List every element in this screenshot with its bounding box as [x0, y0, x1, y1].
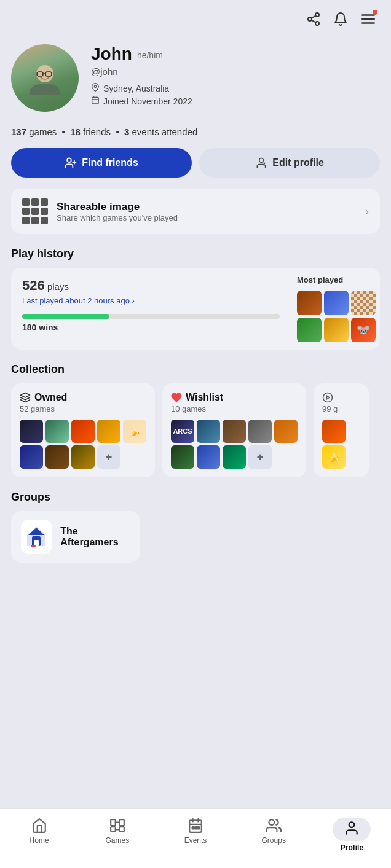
game-thumb[interactable] — [71, 420, 95, 443]
owned-header: Owned — [20, 392, 146, 403]
most-played-grid: 🐭 — [297, 291, 374, 342]
most-played-label: Most played — [297, 275, 374, 284]
share-title: Shareable image — [57, 201, 357, 213]
share-icon[interactable] — [306, 12, 321, 30]
svg-point-22 — [323, 393, 333, 402]
group-card[interactable]: The Aftergamers — [11, 511, 140, 563]
share-subtitle: Share which games you've played — [57, 213, 357, 222]
groups-icon — [266, 818, 282, 834]
nav-profile[interactable]: Profile — [313, 814, 391, 856]
groups-section: Groups The Aftergamers — [11, 491, 380, 563]
play-history-title: Play history — [11, 248, 380, 260]
plus-badge[interactable]: + — [97, 445, 120, 469]
game-thumb[interactable] — [324, 291, 349, 315]
wishlist-card[interactable]: Wishlist 10 games ARCS + — [162, 383, 306, 477]
svg-rect-29 — [31, 545, 36, 547]
plays-count-text: 526 plays — [22, 278, 280, 294]
menu-icon[interactable] — [360, 11, 376, 31]
svg-rect-30 — [111, 819, 116, 826]
game-thumb[interactable] — [45, 420, 69, 443]
svg-point-20 — [259, 158, 264, 163]
nav-games[interactable]: Games — [78, 814, 156, 856]
progress-bar-bg — [22, 314, 280, 319]
games-label: games — [29, 127, 57, 137]
wins-text: 180 wins — [22, 323, 280, 332]
game-thumb[interactable] — [197, 445, 220, 469]
game-thumb[interactable] — [324, 318, 349, 342]
play-history-section: Play history 526 plays Last played about… — [11, 248, 380, 350]
nav-profile-label: Profile — [341, 843, 363, 852]
shareable-image-card[interactable]: Shareable image Share which games you've… — [11, 189, 380, 234]
plays-number: 526 — [22, 278, 45, 293]
wishlist-games-grid: ARCS + — [171, 420, 298, 469]
owned-games-grid: 🍌 + — [20, 420, 146, 469]
game-thumb[interactable] — [223, 420, 246, 443]
games-icon — [109, 818, 125, 834]
last-played-link[interactable]: › — [132, 296, 135, 305]
location-text: Sydney, Australia — [103, 84, 169, 93]
game-thumb[interactable]: ARCS — [171, 420, 194, 443]
nav-events[interactable]: Events — [156, 814, 234, 856]
svg-point-43 — [269, 819, 275, 825]
wishlist-count: 10 games — [171, 404, 298, 413]
edit-profile-button[interactable]: Edit profile — [199, 148, 380, 178]
play-circle-icon — [322, 392, 333, 403]
svg-rect-41 — [195, 827, 197, 829]
nav-profile-icon-wrap — [333, 818, 371, 841]
find-friends-label: Find friends — [82, 157, 138, 168]
game-thumb[interactable] — [248, 420, 272, 443]
bell-icon[interactable] — [333, 12, 348, 30]
events-label: events attended — [132, 127, 197, 137]
game-thumb[interactable] — [197, 420, 220, 443]
game-thumb[interactable]: 🍌 — [123, 420, 146, 443]
game-thumb[interactable] — [297, 318, 322, 342]
joined-text: Joined November 2022 — [103, 96, 192, 106]
progress-bar-fill — [22, 314, 109, 319]
chevron-right-icon: › — [365, 205, 369, 218]
profile-handle: @john — [91, 66, 380, 77]
group-icon — [21, 520, 52, 554]
nav-home[interactable]: Home — [0, 814, 78, 856]
profile-pronouns: he/him — [137, 50, 163, 60]
game-thumb[interactable]: 🐭 — [351, 318, 376, 342]
game-thumb[interactable] — [71, 445, 95, 469]
svg-rect-42 — [197, 827, 199, 829]
game-thumb[interactable] — [20, 445, 43, 469]
third-count: 99 g — [322, 404, 360, 413]
profile-location: Sydney, Australia — [91, 83, 380, 93]
game-thumb[interactable] — [351, 291, 376, 315]
find-friends-button[interactable]: Find friends — [11, 148, 192, 178]
svg-point-12 — [94, 85, 97, 88]
calendar-icon — [91, 96, 100, 106]
nav-home-label: Home — [30, 836, 49, 845]
plus-badge[interactable]: + — [248, 445, 272, 469]
collection-cards: Owned 52 games 🍌 + — [11, 383, 380, 477]
game-thumb[interactable] — [223, 445, 246, 469]
group-name: The Aftergamers — [60, 526, 130, 548]
action-buttons: Find friends Edit profile — [11, 148, 380, 178]
svg-marker-23 — [327, 396, 330, 399]
owned-label: Owned — [34, 392, 67, 403]
play-main: 526 plays Last played about 2 hours ago … — [11, 268, 291, 350]
nav-groups[interactable]: Groups — [235, 814, 313, 856]
collection-title: Collection — [11, 363, 380, 376]
svg-line-4 — [312, 16, 316, 18]
game-thumb[interactable] — [97, 420, 120, 443]
owned-card[interactable]: Owned 52 games 🍌 + — [11, 383, 155, 477]
nav-games-label: Games — [105, 836, 129, 845]
last-played-text: Last played about 2 hours ago › — [22, 296, 280, 305]
edit-profile-label: Edit profile — [272, 157, 324, 168]
profile-icon — [344, 820, 360, 836]
svg-rect-31 — [119, 819, 124, 826]
game-thumb[interactable] — [171, 445, 194, 469]
game-thumb[interactable] — [274, 420, 298, 443]
game-thumb[interactable] — [45, 445, 69, 469]
groups-title: Groups — [11, 491, 380, 504]
location-icon — [91, 83, 100, 93]
third-collection-card[interactable]: 99 g 🍌 — [314, 383, 369, 477]
share-text: Shareable image Share which games you've… — [57, 201, 357, 222]
game-thumb[interactable] — [297, 291, 322, 315]
main-content: John he/him @john Sydney, Australia — [0, 38, 391, 638]
game-thumb[interactable] — [20, 420, 43, 443]
stats-row: 137 games • 18 friends • 3 events attend… — [11, 122, 380, 148]
